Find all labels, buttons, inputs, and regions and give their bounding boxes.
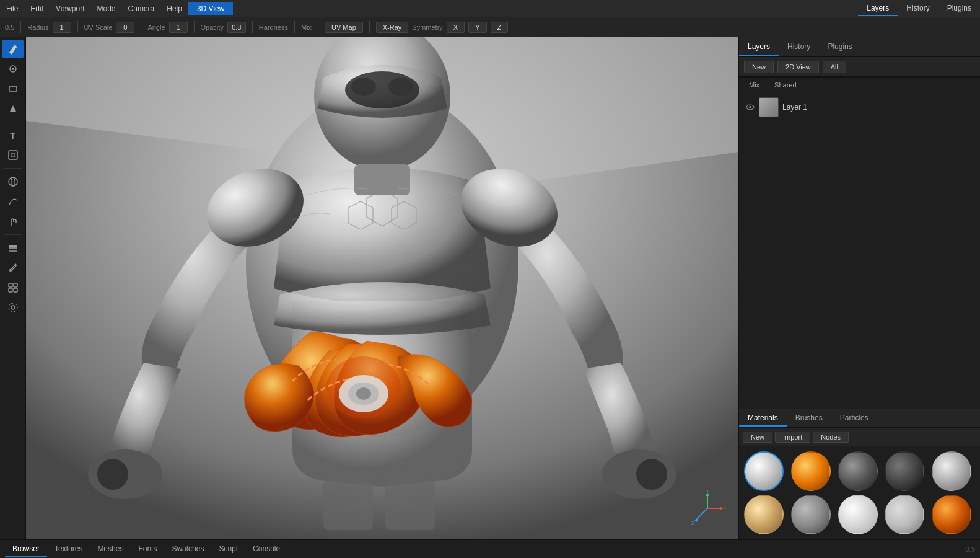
bottom-tab-console[interactable]: Console <box>245 542 287 557</box>
toolbar-xray-btn[interactable]: X-Ray <box>376 22 409 33</box>
material-lightsilver[interactable] <box>885 495 924 534</box>
tab-layers[interactable]: Layers <box>858 1 898 16</box>
viewport[interactable]: X Y Z <box>26 37 738 539</box>
svg-rect-3 <box>9 151 17 159</box>
tool-sep-2 <box>4 168 22 169</box>
left-toolbar: T <box>0 37 26 539</box>
svg-line-46 <box>695 508 707 521</box>
toolbar-symmetry-label: Symmetry <box>412 24 443 31</box>
right-tab-layers[interactable]: Layers <box>739 38 779 56</box>
right-tab-history[interactable]: History <box>779 38 819 56</box>
all-button[interactable]: All <box>823 61 846 73</box>
right-tab-plugins[interactable]: Plugins <box>819 38 860 56</box>
svg-point-10 <box>9 270 11 272</box>
eyedropper-tool[interactable] <box>2 259 24 277</box>
svg-rect-8 <box>9 247 17 249</box>
materials-section: Materials Brushes Particles New Import N… <box>739 409 980 539</box>
mat-tab-materials[interactable]: Materials <box>739 410 787 427</box>
svg-point-33 <box>636 459 667 490</box>
menu-help[interactable]: Help <box>160 2 188 16</box>
toolbar-uvscale-label: UV Scale <box>84 24 113 31</box>
svg-rect-12 <box>14 283 17 287</box>
toolbar-opacity-value[interactable]: 0.8 <box>227 22 246 33</box>
toolbar-mix-label: Mix <box>301 24 312 31</box>
layer-item[interactable]: Layer 1 <box>742 95 978 120</box>
material-pearlwhite[interactable] <box>838 495 878 534</box>
material-gray[interactable] <box>885 451 924 491</box>
tab-history[interactable]: History <box>898 1 938 16</box>
toolbar-uvmap-btn[interactable]: UV Map <box>325 22 363 33</box>
toolbar-angle-label: Angle <box>147 24 165 31</box>
smudge-tool[interactable] <box>2 60 24 78</box>
menu-3dview[interactable]: 3D View <box>188 2 233 16</box>
toolbar-uvscale-value[interactable]: 0 <box>116 22 134 33</box>
svg-text:X: X <box>724 506 726 512</box>
svg-text:Z: Z <box>691 520 694 526</box>
sculpt-tool[interactable] <box>2 192 24 211</box>
materials-toolbar: New Import Nodes <box>739 428 980 446</box>
coordinate-gizmo: X Y Z <box>689 490 726 527</box>
menu-mode[interactable]: Mode <box>91 2 122 16</box>
layer-shared-option[interactable]: Shared <box>769 78 801 92</box>
material-orange2[interactable] <box>932 495 971 534</box>
layer-mix-option[interactable]: Mix <box>744 78 764 92</box>
menu-camera[interactable]: Camera <box>122 2 161 16</box>
svg-rect-9 <box>9 250 17 252</box>
right-panel: Layers History Plugins New 2D View All M… <box>738 37 980 539</box>
material-darkgray[interactable] <box>838 451 878 491</box>
svg-point-15 <box>11 306 15 309</box>
materials-grid <box>739 446 980 539</box>
toolbar-radius-value[interactable]: 1 <box>53 22 71 33</box>
svg-point-30 <box>97 459 128 490</box>
material-white[interactable] <box>744 451 784 491</box>
new-material-button[interactable]: New <box>743 432 772 443</box>
menu-file[interactable]: File <box>0 2 24 16</box>
material-cream[interactable] <box>744 495 784 534</box>
import-material-button[interactable]: Import <box>775 432 810 443</box>
layers-toolbar: New 2D View All <box>739 57 980 77</box>
text-tool[interactable]: T <box>2 126 24 144</box>
main-content: T <box>0 37 980 539</box>
menu-edit[interactable]: Edit <box>24 2 50 16</box>
bottom-tab-fonts[interactable]: Fonts <box>131 542 164 557</box>
svg-marker-44 <box>706 493 709 496</box>
new-layer-button[interactable]: New <box>744 61 774 73</box>
sep8 <box>369 21 370 33</box>
bottom-bar: Browser Textures Meshes Fonts Swatches S… <box>0 539 980 558</box>
nodes-button[interactable]: Nodes <box>813 432 849 443</box>
toolbar-y-axis[interactable]: Y <box>468 22 486 33</box>
sep1 <box>20 21 21 33</box>
material-lightgray[interactable] <box>791 495 831 534</box>
menu-viewport[interactable]: Viewport <box>50 2 90 16</box>
fill-tool[interactable] <box>2 99 24 118</box>
erase-tool[interactable] <box>2 79 24 98</box>
mat-tab-particles[interactable]: Particles <box>831 410 877 427</box>
bottom-tab-swatches[interactable]: Swatches <box>164 542 211 557</box>
toolbar-x-axis[interactable]: X <box>447 22 465 33</box>
settings-tool[interactable] <box>2 298 24 317</box>
toolbar: 0.5 Radius 1 UV Scale 0 Angle 1 Opacity … <box>0 17 980 37</box>
grab-tool[interactable] <box>2 212 24 231</box>
layer-tool[interactable] <box>2 239 24 257</box>
toolbar-z-axis[interactable]: Z <box>491 22 509 33</box>
bottom-tab-script[interactable]: Script <box>211 542 245 557</box>
mat-tab-brushes[interactable]: Brushes <box>787 410 831 427</box>
svg-rect-39 <box>385 480 435 530</box>
svg-point-6 <box>11 177 15 186</box>
tab-plugins[interactable]: Plugins <box>938 1 980 16</box>
export-tool[interactable] <box>2 278 24 297</box>
material-silver[interactable] <box>932 451 971 491</box>
bottom-tab-meshes[interactable]: Meshes <box>90 542 131 557</box>
uv-tool[interactable] <box>2 146 24 164</box>
tool-sep-1 <box>4 122 22 122</box>
draw-tool[interactable] <box>2 40 24 58</box>
sphere-tool[interactable] <box>2 172 24 191</box>
toolbar-angle-value[interactable]: 1 <box>169 22 188 33</box>
layer-visibility-toggle[interactable] <box>745 102 755 112</box>
view-2d-button[interactable]: 2D View <box>777 61 819 73</box>
bottom-tab-browser[interactable]: Browser <box>5 542 47 557</box>
bottom-tab-textures[interactable]: Textures <box>47 542 90 557</box>
material-orange[interactable] <box>791 451 831 491</box>
right-panel-tabs: Layers History Plugins <box>739 37 980 57</box>
sep2 <box>77 21 78 33</box>
